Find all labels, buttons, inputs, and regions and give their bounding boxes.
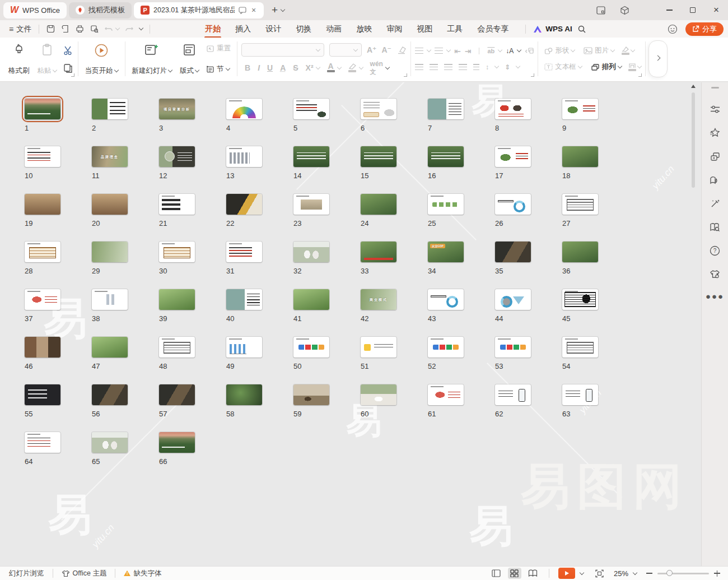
skin-settings-icon[interactable] [707,266,724,282]
slide-thumbnail-1[interactable] [25,99,60,119]
format-painter-button[interactable]: 格式刷 [6,40,32,77]
section-button[interactable]: 节 [204,62,233,76]
slide-thumbnail-28[interactable] [25,242,60,262]
slide-thumbnail-53[interactable] [495,337,531,358]
menu-tab-设计[interactable]: 设计 [258,21,288,37]
slide-thumbnail-50[interactable] [293,337,329,358]
slide-thumbnail-21[interactable] [159,194,195,215]
close-document-icon[interactable]: × [250,6,257,15]
menu-tab-放映[interactable]: 放映 [349,21,379,37]
cut-icon[interactable] [63,45,73,55]
maximize-button[interactable] [681,0,704,20]
menu-tab-工具[interactable]: 工具 [440,21,470,37]
comment-icon[interactable] [239,7,246,14]
scrollbar-thumb[interactable] [692,92,695,188]
slide-thumbnail-26[interactable] [495,194,531,215]
slide-thumbnail-29[interactable] [92,242,128,262]
menu-tab-开始[interactable]: 开始 [198,21,228,37]
slideshow-play-button[interactable] [558,568,575,579]
smart-beautify-icon[interactable] [707,195,724,212]
slide-thumbnail-64[interactable] [25,432,60,453]
slide-thumbnail-61[interactable] [428,384,464,405]
play-options-chevron-icon[interactable] [580,570,584,574]
slide-thumbnail-12[interactable] [159,146,195,167]
redo-chevron-icon[interactable] [139,26,143,30]
slide-thumbnail-41[interactable] [293,289,329,310]
slide-thumbnail-27[interactable] [562,194,598,215]
close-window-button[interactable]: × [704,0,728,20]
switch-pages-icon[interactable] [707,148,724,165]
menu-tab-插入[interactable]: 插入 [228,21,258,37]
new-tab-button[interactable]: + [272,4,278,16]
slide-thumbnail-15[interactable] [361,146,396,167]
paragraph-expand-icon[interactable] [531,73,534,77]
slide-thumbnail-45[interactable] [562,289,598,310]
slide-thumbnail-2[interactable] [92,99,128,119]
slide-thumbnail-66[interactable] [159,432,195,453]
tab-docer-templates[interactable]: 找稻壳模板 [69,2,132,18]
vertical-scrollbar[interactable] [690,85,697,188]
zoom-in-button[interactable] [714,570,720,577]
slide-thumbnail-9[interactable] [562,99,598,119]
slide-thumbnail-30[interactable] [159,242,195,262]
slide-thumbnail-38[interactable] [92,289,128,310]
fit-to-window-icon[interactable] [593,568,606,579]
slide-thumbnail-43[interactable] [428,289,464,310]
menu-tab-动画[interactable]: 动画 [319,21,349,37]
menu-tab-会员专享[interactable]: 会员专享 [470,21,516,37]
slide-thumbnail-62[interactable] [495,384,531,405]
slide-thumbnail-18[interactable] [562,146,598,167]
split-view-icon[interactable] [589,0,613,20]
slide-thumbnail-35[interactable] [495,242,531,262]
theme-button[interactable]: Office 主题 [57,569,111,578]
slide-thumbnail-65[interactable] [92,432,128,453]
slide-thumbnail-16[interactable] [428,146,464,167]
material-library-icon[interactable] [707,171,724,188]
slide-thumbnail-63[interactable] [562,384,598,405]
start-from-current-page-button[interactable]: 当页开始 [82,40,121,77]
more-tools-icon[interactable]: ●●● [706,291,724,301]
slide-thumbnail-56[interactable] [92,384,128,405]
slide-sorter-canvas[interactable]: 易 易 易 易 易 yitu.cn yitu.cn yitu.cn 易图网 12… [0,82,701,566]
slide-thumbnail-51[interactable] [361,337,396,358]
menu-tab-切换[interactable]: 切换 [288,21,319,37]
slide-thumbnail-49[interactable] [226,337,262,358]
arrange-button[interactable]: 排列 [589,60,624,74]
slide-thumbnail-54[interactable] [562,337,598,358]
slide-thumbnail-10[interactable] [25,146,60,167]
sidebar-collapse-handle[interactable] [711,87,719,89]
slide-thumbnail-11[interactable]: 品牌理念 [92,146,128,167]
slide-sorter-view-icon[interactable] [508,568,521,579]
slide-thumbnail-13[interactable] [226,146,262,167]
file-menu[interactable]: ≡ 文件 [6,24,35,34]
slide-thumbnail-42[interactable]: 商业模式 [361,289,396,310]
share-button[interactable]: 分享 [685,22,724,36]
slide-thumbnail-25[interactable] [428,194,464,215]
slide-thumbnail-6[interactable] [361,99,396,119]
slide-thumbnail-4[interactable] [226,99,262,119]
slide-thumbnail-55[interactable] [25,384,60,405]
slide-thumbnail-3[interactable]: 项目背景分析 [159,99,195,119]
tab-list-chevron-icon[interactable] [281,7,285,11]
slide-thumbnail-44[interactable] [495,289,531,310]
missing-fonts-warning[interactable]: 缺失字体 [119,569,166,578]
slide-thumbnail-31[interactable] [226,242,262,262]
print-preview-icon[interactable] [87,23,101,35]
menu-tab-视图[interactable]: 视图 [409,21,440,37]
ribbon-expand-button[interactable] [648,40,668,77]
slide-thumbnail-58[interactable] [226,384,262,405]
slide-thumbnail-19[interactable] [25,194,60,215]
slide-thumbnail-14[interactable] [293,146,329,167]
font-expand-icon[interactable] [404,73,407,77]
slide-thumbnail-60[interactable] [361,384,396,405]
save-icon[interactable] [43,23,58,35]
insert-expand-icon[interactable] [638,73,642,77]
feedback-icon[interactable] [665,23,680,35]
slide-thumbnail-24[interactable] [361,194,396,215]
slide-thumbnail-47[interactable] [92,337,128,358]
tab-document[interactable]: P 2023.01 某茶叶源地民宿品牌 × [134,2,264,18]
slide-thumbnail-7[interactable] [428,99,464,119]
wps-ai-button[interactable]: WPS AI [521,25,572,34]
tab-wps-office[interactable]: W WPS Office [3,2,67,18]
normal-view-icon[interactable] [489,568,503,579]
